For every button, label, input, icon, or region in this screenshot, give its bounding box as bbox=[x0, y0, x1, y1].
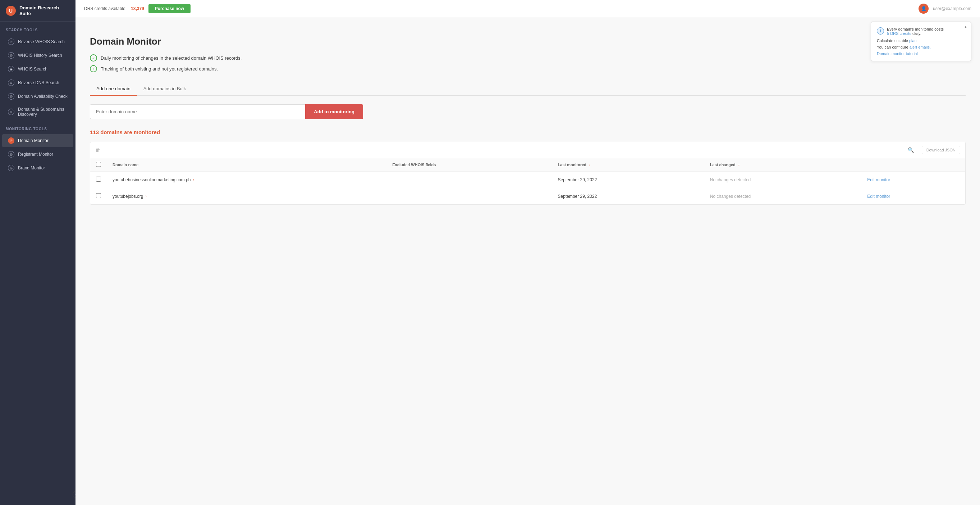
domain-name-text: youtubejobs.org bbox=[113, 194, 143, 199]
sidebar-item-registrant-monitor[interactable]: ◎ Registrant Monitor bbox=[2, 148, 73, 161]
tooltip-content: Every domain's monitoring costs 5 DRS cr… bbox=[887, 27, 944, 36]
sidebar-item-label: Domain Monitor bbox=[18, 138, 49, 143]
edit-monitor-link[interactable]: Edit monitor bbox=[867, 177, 890, 182]
row-checkbox[interactable] bbox=[96, 193, 101, 198]
sidebar-item-label: Registrant Monitor bbox=[18, 152, 53, 157]
domain-arrow-icon[interactable]: › bbox=[145, 194, 146, 198]
sidebar-item-label: Brand Monitor bbox=[18, 166, 45, 170]
table-row: youtubejobs.org › September 29, 2022 No … bbox=[90, 188, 965, 205]
col-excluded-fields: Excluded WHOIS fields bbox=[387, 158, 552, 172]
sidebar-item-reverse-dns[interactable]: ⊕ Reverse DNS Search bbox=[2, 76, 73, 89]
row-excluded-fields bbox=[387, 172, 552, 188]
row-last-changed: No changes detected bbox=[704, 188, 861, 205]
feature-check-2: ✓ Tracking of both existing and not yet … bbox=[90, 65, 966, 72]
monitored-count-line: 113 domains are monitored bbox=[90, 129, 966, 135]
select-all-checkbox[interactable] bbox=[96, 162, 101, 167]
row-edit: Edit monitor bbox=[861, 188, 965, 205]
sidebar-item-reverse-whois[interactable]: ◎ Reverse WHOIS Search bbox=[2, 35, 73, 48]
sidebar-item-label: Domain Availability Check bbox=[18, 94, 68, 99]
domains-table: Domain name Excluded WHOIS fields Last m… bbox=[90, 158, 965, 204]
whois-history-icon: ◎ bbox=[8, 52, 14, 59]
table-body: youtubebusinessonlinemarketing.com.ph › … bbox=[90, 172, 965, 205]
credits-label: DRS credits available: bbox=[84, 6, 127, 11]
domain-input-row: Add to monitoring bbox=[90, 104, 363, 119]
delete-icon[interactable]: 🗑 bbox=[95, 147, 100, 153]
tab-add-bulk[interactable]: Add domains in Bulk bbox=[137, 82, 193, 96]
select-all-header bbox=[90, 158, 107, 172]
tooltip-plan-line: Calculate suitable plan bbox=[877, 38, 965, 43]
sidebar-item-label: Domains & Subdomains Discovery bbox=[18, 107, 68, 117]
row-last-monitored: September 29, 2022 bbox=[552, 172, 704, 188]
check-icon-1: ✓ bbox=[90, 54, 97, 62]
row-excluded-fields bbox=[387, 188, 552, 205]
info-tooltip-header: i Every domain's monitoring costs 5 DRS … bbox=[877, 27, 965, 36]
sidebar-item-whois-search[interactable]: ◉ WHOIS Search bbox=[2, 62, 73, 75]
row-edit: Edit monitor bbox=[861, 172, 965, 188]
col-domain-name: Domain name bbox=[107, 158, 387, 172]
info-tooltip: ▲ i Every domain's monitoring costs 5 DR… bbox=[871, 22, 971, 61]
domain-name-text: youtubebusinessonlinemarketing.com.ph bbox=[113, 177, 191, 182]
table-header-row: Domain name Excluded WHOIS fields Last m… bbox=[90, 158, 965, 172]
tooltip-tutorial-link[interactable]: Domain monitor tutorial bbox=[877, 51, 918, 56]
domain-input[interactable] bbox=[90, 104, 305, 119]
tooltip-alert-line: You can configure alert emails. bbox=[877, 45, 965, 49]
col-last-changed[interactable]: Last changed ↓ bbox=[704, 158, 861, 172]
user-avatar: 👤 bbox=[918, 3, 929, 14]
sidebar-item-domain-monitor[interactable]: ◎ Domain Monitor bbox=[2, 134, 73, 147]
topbar: DRS credits available: 18,379 Purchase n… bbox=[75, 0, 980, 17]
tooltip-daily: daily. bbox=[912, 31, 921, 36]
app-logo-icon: U bbox=[6, 6, 16, 16]
sidebar-header: U Domain Research Suite bbox=[0, 0, 75, 22]
feature-text-1: Daily monitoring of changes in the selec… bbox=[101, 56, 242, 61]
row-domain: youtubejobs.org › bbox=[107, 188, 387, 205]
tab-add-one[interactable]: Add one domain bbox=[90, 82, 137, 96]
reverse-whois-icon: ◎ bbox=[8, 38, 14, 45]
feature-text-2: Tracking of both existing and not yet re… bbox=[101, 66, 218, 72]
search-icon: 🔍 bbox=[908, 147, 914, 153]
main-panel: DRS credits available: 18,379 Purchase n… bbox=[75, 0, 980, 505]
row-domain: youtubebusinessonlinemarketing.com.ph › bbox=[107, 172, 387, 188]
domains-table-container: 🗑 🔍 Download JSON Domain name Excluded W bbox=[90, 142, 966, 205]
sidebar-item-label: Reverse DNS Search bbox=[18, 80, 59, 85]
feature-check-1: ✓ Daily monitoring of changes in the sel… bbox=[90, 54, 966, 62]
monitoring-tools-label: Monitoring tools bbox=[0, 121, 75, 134]
download-json-button[interactable]: Download JSON bbox=[922, 146, 960, 154]
page-title: Domain Monitor bbox=[90, 36, 966, 47]
tooltip-line1: Every domain's monitoring costs bbox=[887, 27, 944, 31]
row-last-monitored: September 29, 2022 bbox=[552, 188, 704, 205]
tabs-row: Add one domain Add domains in Bulk bbox=[90, 82, 966, 96]
domain-monitor-icon: ◎ bbox=[8, 137, 14, 144]
tooltip-credits-link[interactable]: 5 DRS credits bbox=[887, 31, 912, 36]
sidebar-item-brand-monitor[interactable]: ◎ Brand Monitor bbox=[2, 161, 73, 174]
tooltip-plan-link[interactable]: plan bbox=[909, 38, 917, 43]
content-area: ▲ i Every domain's monitoring costs 5 DR… bbox=[75, 17, 980, 505]
user-email: user@example.com bbox=[933, 6, 971, 11]
domain-availability-icon: ◎ bbox=[8, 93, 14, 100]
domain-arrow-icon[interactable]: › bbox=[193, 178, 194, 182]
sidebar-item-domain-availability[interactable]: ◎ Domain Availability Check bbox=[2, 90, 73, 103]
info-icon: i bbox=[877, 27, 884, 35]
check-icon-2: ✓ bbox=[90, 65, 97, 72]
sidebar-item-label: Reverse WHOIS Search bbox=[18, 39, 65, 44]
edit-monitor-link[interactable]: Edit monitor bbox=[867, 194, 890, 199]
row-checkbox-cell bbox=[90, 172, 107, 188]
app-title: Domain Research Suite bbox=[19, 5, 70, 16]
row-checkbox[interactable] bbox=[96, 177, 101, 182]
add-to-monitoring-button[interactable]: Add to monitoring bbox=[305, 104, 363, 119]
col-last-monitored[interactable]: Last monitored ↓ bbox=[552, 158, 704, 172]
search-tools-label: Search tools bbox=[0, 22, 75, 35]
last-monitored-sort-arrow: ↓ bbox=[589, 163, 591, 167]
sidebar-item-whois-history[interactable]: ◎ WHOIS History Search bbox=[2, 49, 73, 62]
table-toolbar: 🗑 🔍 Download JSON bbox=[90, 142, 965, 158]
sidebar: U Domain Research Suite Search tools ◎ R… bbox=[0, 0, 75, 505]
col-actions bbox=[861, 158, 965, 172]
monitored-suffix: domains are monitored bbox=[100, 129, 160, 135]
sidebar-item-domains-discovery[interactable]: ⊕ Domains & Subdomains Discovery bbox=[2, 104, 73, 120]
registrant-monitor-icon: ◎ bbox=[8, 151, 14, 158]
tooltip-collapse-arrow[interactable]: ▲ bbox=[964, 25, 967, 29]
tooltip-tutorial-line: Domain monitor tutorial bbox=[877, 51, 965, 56]
credits-count: 18,379 bbox=[131, 6, 144, 11]
purchase-button[interactable]: Purchase now bbox=[148, 4, 191, 13]
last-changed-sort-arrow: ↓ bbox=[738, 163, 740, 167]
tooltip-alert-link[interactable]: alert emails. bbox=[910, 45, 931, 49]
